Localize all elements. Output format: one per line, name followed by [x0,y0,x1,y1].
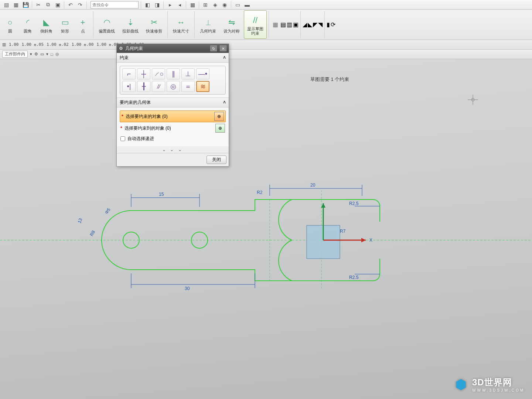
sketch-status-message: 草图需要 1 个约束 [310,76,349,83]
constraint-equal-length[interactable]: ＝ [181,81,195,92]
dim-phi5: Φ5 [104,207,112,215]
filter-icon[interactable]: □ [51,52,53,57]
selection-scope[interactable]: 工作部件内 [2,51,28,58]
ribbon-chamfer[interactable]: ◣倒斜角 [37,10,56,39]
quick-access-toolbar: ▤ ▦ 💾 ✂ ⧉ ▣ ↶ ↷ ◧ ◨ ▸ ◂ ▦ ⊞ ◈ ◉ ▭ ▬ [0,0,532,10]
tol-icon[interactable]: ▥ [2,42,6,47]
redo-icon[interactable]: ↷ [76,1,84,9]
toolbar-icon[interactable]: ▥ [287,21,292,28]
show-constraints-icon: // [253,14,258,27]
toolbar-icon[interactable]: ▸ [166,1,174,9]
dim-r2: R2 [257,190,263,195]
constraint-vertical[interactable]: •| [122,81,136,92]
cube-icon: ⬢ [453,377,468,392]
toolbar-icon[interactable]: ◣ [308,21,312,28]
toolbar-icon[interactable]: ▮ [327,21,330,28]
gear-icon: ⚙ [119,46,123,51]
constraint-equal-radius[interactable]: ≋ [196,81,209,92]
section-constraints[interactable]: 约束ʌ [117,53,229,63]
toolbar-icon[interactable]: ▦ [271,20,280,29]
save-icon[interactable]: 💾 [21,1,30,9]
toolbar-icon[interactable]: ▦ [188,1,197,9]
filter-icon[interactable]: ▾ [30,52,32,57]
constraint-collinear[interactable]: ⫽ [152,81,165,92]
open-icon[interactable]: ▦ [12,1,20,9]
toolbar-icon[interactable]: ▭ [233,1,242,9]
cut-icon[interactable]: ✂ [34,1,42,9]
ribbon-geo-constraint[interactable]: ⟂几何约束 [197,10,219,39]
dialog-close-icon[interactable]: ✕ [220,45,226,51]
copy-icon[interactable]: ⧉ [44,1,52,9]
toolbar-icon[interactable]: ◥ [318,21,323,28]
ribbon-fillet[interactable]: ◜圆角 [19,10,36,39]
toolbar-icon[interactable]: ◧ [143,1,151,9]
filter-icon[interactable]: ⚙ [34,52,38,57]
toolbar-icon[interactable]: ⊞ [201,1,209,9]
constraint-perpendicular[interactable]: ⊥ [181,68,195,79]
tol-value[interactable]: 1.00 ±.00 [72,42,94,47]
constraint-concentric[interactable]: ◎ [167,81,180,92]
constraint-point-on-curve[interactable]: ╂ [137,81,150,92]
ribbon-project-curve[interactable]: ⇣投影曲线 [119,10,142,39]
watermark-url: WWW.3DSJW.COM [472,388,525,392]
toolbar-icon[interactable]: ⟳ [331,21,335,28]
toolbar-icon[interactable]: ◤ [313,21,317,28]
toolbar-icon[interactable]: ◢ [303,21,307,28]
dialog-titlebar[interactable]: ⚙ 几何约束 ↻ ✕ [117,44,229,53]
ribbon-quick-dim[interactable]: ↔快速尺寸 [170,10,192,39]
ribbon-rectangle[interactable]: ▭矩形 [57,10,74,39]
paste-icon[interactable]: ▣ [54,1,62,9]
auto-select-checkbox[interactable] [120,136,125,141]
ribbon-point[interactable]: +点 [74,10,91,39]
filter-icon[interactable]: ◎ [55,52,59,57]
collapse-icon: ʌ [223,55,226,61]
section-geometry[interactable]: 要约束的几何体ʌ [117,98,229,108]
circle-icon: ○ [7,16,12,29]
constraint-type-grid: ⌐ ┼ ⟋○ ∥ ⊥ —• •| ╂ ⫽ ◎ ＝ ≋ [120,66,226,95]
select-constrain-object[interactable]: *选择要约束的对象 (0) ⊕ [120,110,226,122]
new-icon[interactable]: ▤ [2,1,10,9]
toolbar-icon[interactable]: ▬ [243,1,251,9]
pick-target-icon[interactable]: ⊕ [215,124,225,133]
constraint-tangent[interactable]: ⟋○ [152,68,165,79]
tol-value[interactable]: 1.00 ±.05 [22,42,44,47]
ribbon-show-constraints[interactable]: //显示草图 约束 [244,10,267,39]
dim-15: 15 [159,192,164,197]
toolbar-icon[interactable]: ▤ [280,21,286,28]
toolbar-icon[interactable]: ◉ [221,1,229,9]
ribbon-circle[interactable]: ○圆 [1,10,18,39]
sketch-canvas[interactable]: X 15 30 20 R2.5 R2.5 R7 R2 Φ5 R8 13 [0,59,532,399]
ribbon-offset-curve[interactable]: ◠偏置曲线 [95,10,118,39]
ribbon-quick-trim[interactable]: ✂快速修剪 [143,10,166,39]
auto-select-progression[interactable]: 自动选择递进 [120,134,226,143]
geometric-constraints-dialog: ⚙ 几何约束 ↻ ✕ 约束ʌ ⌐ ┼ ⟋○ ∥ ⊥ —• •| ╂ ⫽ ◎ ＝ … [116,44,229,167]
constraint-parallel[interactable]: ∥ [167,68,180,79]
command-search-input[interactable] [91,1,139,8]
constraint-icon: ⟂ [206,16,211,29]
filter-icon[interactable]: ▭ [40,52,44,57]
constraint-midpoint[interactable]: ┼ [137,68,150,79]
undo-icon[interactable]: ↶ [66,1,75,9]
filter-icon[interactable]: ▾ [46,52,48,57]
constraint-coincident[interactable]: ⌐ [122,68,136,79]
dimension-icon: ↔ [177,16,185,29]
dim-r7: R7 [340,229,346,234]
toolbar-icon[interactable]: ◂ [175,1,184,9]
select-constrain-to-object[interactable]: *选择要约束到的对象 (0) ⊕ [120,122,226,134]
tol-value[interactable]: 1.00 ±.00 [96,42,119,47]
dim-30: 30 [185,286,190,291]
tol-value[interactable]: 1.00 [9,42,19,47]
pick-target-icon[interactable]: ⊕ [214,112,224,121]
svg-marker-9 [321,203,325,208]
ribbon-make-symmetric[interactable]: ⇋设为对称 [220,10,243,39]
dialog-title: 几何约束 [125,45,207,52]
toolbar-icon[interactable]: ◈ [211,1,219,9]
dialog-close-button[interactable]: 关闭 [207,156,226,164]
toolbar-icon[interactable]: ▣ [293,21,299,28]
tol-value[interactable]: 1.00 ±.02 [47,42,69,47]
dialog-reset-icon[interactable]: ↻ [210,45,217,51]
offset-curve-icon: ◠ [103,16,110,29]
constraint-horizontal[interactable]: —• [196,68,209,79]
toolbar-icon[interactable]: ◨ [153,1,161,9]
dialog-expand[interactable]: ⌄ ⌄ ⌄ [117,146,229,153]
